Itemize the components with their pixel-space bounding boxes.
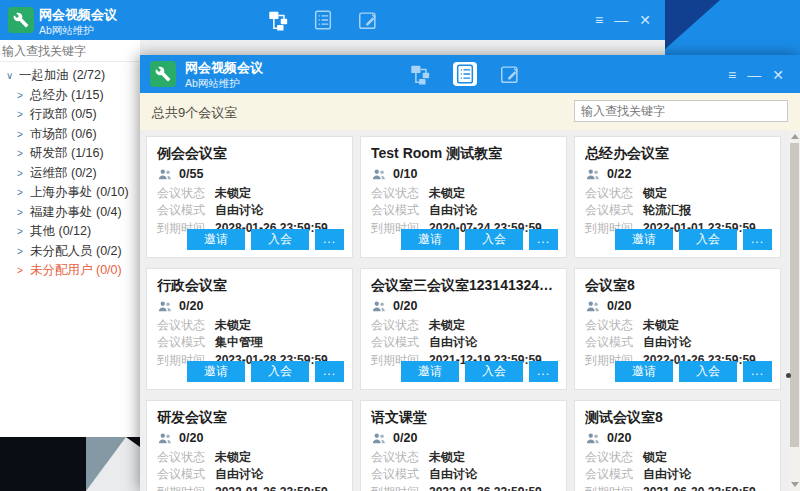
tree-item[interactable]: > 总经办 (1/15) xyxy=(0,86,140,106)
room-card: 会议室三会议室123141324141三会议室 0/20 会议状态未锁定 会议模… xyxy=(360,268,567,390)
close-button[interactable]: ✕ xyxy=(639,13,651,27)
status-label: 会议状态 xyxy=(157,318,215,332)
tree-item[interactable]: > 其他 (0/12) xyxy=(0,222,140,242)
edit-icon[interactable] xyxy=(356,8,380,32)
mode-value: 自由讨论 xyxy=(643,467,691,481)
room-card: 测试会议室8 0/20 会议状态锁定 会议模式自由讨论 到期时间2021-06-… xyxy=(574,400,781,491)
scroll-up-icon[interactable] xyxy=(791,134,799,139)
mode-value: 自由讨论 xyxy=(429,203,477,217)
join-button[interactable]: 入会 xyxy=(251,361,309,382)
more-button[interactable]: ... xyxy=(529,229,558,250)
status-value: 未锁定 xyxy=(643,318,679,332)
tree-item[interactable]: ∨ 一起加油 (2/72) xyxy=(0,66,140,86)
app-subtitle: Ab网站维护 xyxy=(39,24,94,38)
mode-value: 自由讨论 xyxy=(215,203,263,217)
invite-button[interactable]: 邀请 xyxy=(401,229,459,250)
join-button[interactable]: 入会 xyxy=(465,229,523,250)
tree-item[interactable]: > 市场部 (0/6) xyxy=(0,125,140,145)
room-title: 语文课堂 xyxy=(371,407,556,427)
room-card: 会议室8 0/20 会议状态未锁定 会议模式自由讨论 到期时间2022-01-2… xyxy=(574,268,781,390)
meeting-list-icon[interactable] xyxy=(311,8,335,32)
people-icon xyxy=(585,299,601,313)
more-button[interactable]: ... xyxy=(743,229,772,250)
people-icon xyxy=(157,299,173,313)
tree-item[interactable]: > 行政部 (0/5) xyxy=(0,105,140,125)
expire-value: 2022-01-26 23:59:59 xyxy=(215,485,328,491)
room-card: 研发会议室 0/20 会议状态未锁定 会议模式自由讨论 到期时间2022-01-… xyxy=(146,400,353,491)
tree-item[interactable]: > 福建办事处 (0/4) xyxy=(0,203,140,223)
tree-item[interactable]: > 上海办事处 (0/10) xyxy=(0,183,140,203)
wallpaper-bottom-left xyxy=(0,437,140,491)
tree-item-label: 未分配用户 (0/0) xyxy=(30,262,122,279)
people-icon xyxy=(585,167,601,181)
chevron-icon: > xyxy=(17,168,30,179)
invite-button[interactable]: 邀请 xyxy=(615,229,673,250)
tree-item[interactable]: > 未分配用户 (0/0) xyxy=(0,261,140,281)
room-title: 研发会议室 xyxy=(157,407,342,427)
vertical-scrollbar[interactable] xyxy=(789,130,800,491)
room-title: Test Room 测试教室 xyxy=(371,143,556,163)
close-button[interactable]: ✕ xyxy=(772,68,784,82)
room-occupancy: 0/22 xyxy=(607,167,631,181)
edit-icon[interactable] xyxy=(498,62,522,86)
status-value: 锁定 xyxy=(643,186,667,200)
join-button[interactable]: 入会 xyxy=(679,361,737,382)
rooms-search-input[interactable] xyxy=(574,100,788,122)
tree-item[interactable]: > 未分配人员 (0/2) xyxy=(0,242,140,262)
people-icon xyxy=(157,431,173,445)
more-button[interactable]: ... xyxy=(529,361,558,382)
meeting-list-icon[interactable] xyxy=(453,62,477,86)
org-chart-icon[interactable] xyxy=(266,8,290,32)
minimize-button[interactable]: — xyxy=(614,13,628,27)
tree-item-label: 研发部 (1/16) xyxy=(30,145,104,162)
tree-item-label: 行政部 (0/5) xyxy=(30,106,97,123)
join-button[interactable]: 入会 xyxy=(465,361,523,382)
app-logo xyxy=(150,61,176,87)
invite-button[interactable]: 邀请 xyxy=(187,361,245,382)
people-icon xyxy=(157,167,173,181)
more-button[interactable]: ... xyxy=(315,229,344,250)
room-card: 例会会议室 0/55 会议状态未锁定 会议模式自由讨论 到期时间2028-01-… xyxy=(146,136,353,258)
status-value: 未锁定 xyxy=(429,186,465,200)
people-icon xyxy=(371,167,387,181)
invite-button[interactable]: 邀请 xyxy=(615,361,673,382)
join-button[interactable]: 入会 xyxy=(679,229,737,250)
rooms-content: 例会会议室 0/55 会议状态未锁定 会议模式自由讨论 到期时间2028-01-… xyxy=(140,130,800,491)
contacts-sidebar: ∨ 一起加油 (2/72) > 总经办 (1/15) > 行政部 (0/5) >… xyxy=(0,40,140,437)
scroll-down-icon[interactable] xyxy=(791,482,799,487)
mode-value: 集中管理 xyxy=(215,335,263,349)
people-icon xyxy=(371,431,387,445)
expire-value: 2022-01-26 23:59:59 xyxy=(429,485,542,491)
app-title: 网会视频会议 xyxy=(39,8,117,22)
more-button[interactable]: ... xyxy=(315,361,344,382)
tree-item[interactable]: > 运维部 (0/2) xyxy=(0,164,140,184)
rooms-grid: 例会会议室 0/55 会议状态未锁定 会议模式自由讨论 到期时间2028-01-… xyxy=(146,136,781,491)
tree-item-label: 其他 (0/12) xyxy=(30,223,91,240)
more-button[interactable]: ... xyxy=(743,361,772,382)
status-label: 会议状态 xyxy=(371,318,429,332)
invite-button[interactable]: 邀请 xyxy=(187,229,245,250)
tree-item-label: 运维部 (0/2) xyxy=(30,165,97,182)
status-value: 未锁定 xyxy=(429,318,465,332)
org-chart-icon[interactable] xyxy=(408,62,432,86)
status-value: 未锁定 xyxy=(215,450,251,464)
status-label: 会议状态 xyxy=(585,318,643,332)
tree-item-label: 一起加油 (2/72) xyxy=(19,67,105,84)
wrench-icon xyxy=(13,12,29,28)
menu-icon[interactable]: ≡ xyxy=(728,68,736,82)
room-card: 总经办会议室 0/22 会议状态锁定 会议模式轮流汇报 到期时间2022-01-… xyxy=(574,136,781,258)
join-button[interactable]: 入会 xyxy=(251,229,309,250)
tree-item[interactable]: > 研发部 (1/16) xyxy=(0,144,140,164)
sidebar-search-input[interactable] xyxy=(0,40,140,62)
room-title: 测试会议室8 xyxy=(585,407,770,427)
status-value: 未锁定 xyxy=(215,186,251,200)
scrollbar-thumb[interactable] xyxy=(790,143,799,447)
app-title: 网会视频会议 xyxy=(185,61,263,75)
minimize-button[interactable]: — xyxy=(747,68,761,82)
org-tree: ∨ 一起加油 (2/72) > 总经办 (1/15) > 行政部 (0/5) >… xyxy=(0,62,140,281)
chevron-icon: > xyxy=(17,207,30,218)
invite-button[interactable]: 邀请 xyxy=(401,361,459,382)
tree-item-label: 未分配人员 (0/2) xyxy=(30,243,122,260)
room-occupancy: 0/55 xyxy=(179,167,203,181)
menu-icon[interactable]: ≡ xyxy=(595,13,603,27)
